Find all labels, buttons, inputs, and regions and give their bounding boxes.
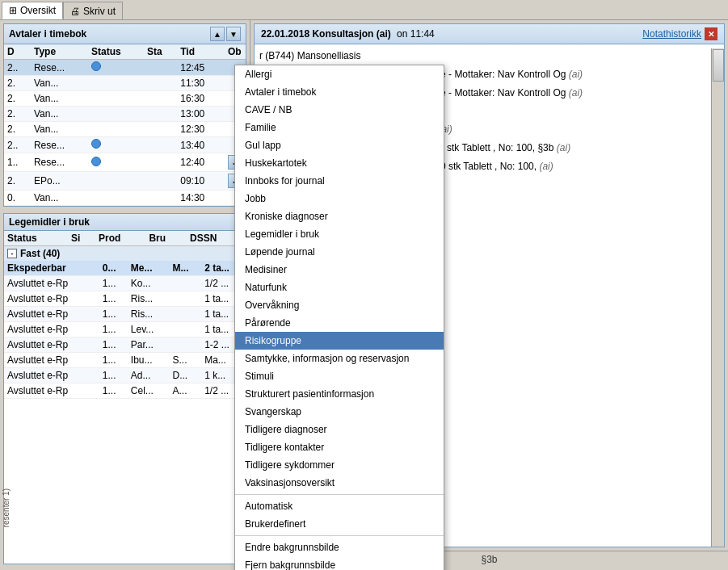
legemidler-scroll-area[interactable]: Ekspederbar 0... Me... M... 2 ta... Avsl… xyxy=(4,261,246,564)
table-row[interactable]: 2. Van... 16:30 xyxy=(4,91,246,107)
dropdown-item[interactable]: Overvåkning xyxy=(235,296,444,314)
sta-cell xyxy=(144,122,177,137)
avtaler-section: Avtaler i timebok ▲ ▼ D Type Status Sta … xyxy=(3,23,246,207)
dropdown-item[interactable]: Gul lapp xyxy=(235,136,444,154)
list-item[interactable]: Avsluttet e-Rp 1... Ko... 1/2 ... xyxy=(4,276,246,291)
legemidler-section: Legemidler i bruk Status Si Prod Bru DSS… xyxy=(3,213,246,564)
bru-col xyxy=(169,337,201,353)
dropdown-item[interactable]: Strukturert pasientinformasjon xyxy=(235,385,444,403)
table-row[interactable]: 2. Van... 12:30 xyxy=(4,122,246,137)
col-d: D xyxy=(4,44,31,60)
avtaler-scroll-up[interactable]: ▲ xyxy=(210,27,225,41)
avtaler-scroll-down[interactable]: ▼ xyxy=(226,27,241,41)
status-cell xyxy=(88,191,144,206)
dropdown-item[interactable]: Samtykke, informasjon og reservasjon xyxy=(235,350,444,367)
list-item[interactable]: Avsluttet e-Rp 1... Cel... A... 1/2 ... xyxy=(4,383,246,399)
d-cell: 2. xyxy=(4,91,31,107)
dropdown-item[interactable]: Pårørende xyxy=(235,314,444,332)
journal-close-button[interactable]: ✕ xyxy=(705,27,717,40)
dropdown-item[interactable]: Automatisk xyxy=(235,497,444,515)
table-row[interactable]: 0. Van... 14:30 xyxy=(4,191,246,206)
dropdown-item[interactable]: Svangerskap xyxy=(235,403,444,421)
dropdown-item[interactable]: Risikogruppe xyxy=(235,332,444,350)
list-item[interactable]: Avsluttet e-Rp 1... Ris... 1 ta... xyxy=(4,307,246,322)
bru-col: D... xyxy=(169,368,201,383)
context-menu: AllergiAvtaler i timebokCAVE / NBFamilie… xyxy=(234,65,444,570)
status-col: Avsluttet e-Rp xyxy=(4,337,99,353)
notathistorikk-link[interactable]: Notathistorikk xyxy=(642,28,701,40)
avtaler-table: D Type Status Sta Tid Ob 2.. Rese... 12:… xyxy=(4,44,246,206)
sta-cell xyxy=(144,60,177,76)
dropdown-item[interactable]: Tidligere kontakter xyxy=(235,438,444,456)
d-cell: 2.. xyxy=(4,137,31,153)
table-row[interactable]: 2.. Rese... 12:45 xyxy=(4,60,246,76)
table-row[interactable]: 1.. Rese... 12:40 ✓ xyxy=(4,153,246,172)
tid-cell: 12:45 xyxy=(177,60,225,76)
dropdown-item[interactable]: Fjern bakgrunnsbilde xyxy=(235,556,444,570)
tab-skriv-ut[interactable]: 🖨 Skriv ut xyxy=(63,2,123,19)
tid-cell: 11:30 xyxy=(177,76,225,91)
fast-expand-icon[interactable]: - xyxy=(7,249,17,258)
list-item[interactable]: Avsluttet e-Rp 1... Ad... D... 1 k... xyxy=(4,368,246,383)
dropdown-item[interactable]: Familie xyxy=(235,119,444,136)
resenter-label: resenter 1) xyxy=(2,488,11,527)
dropdown-item[interactable]: Medisiner xyxy=(235,261,444,279)
dropdown-item[interactable]: CAVE / NB xyxy=(235,101,444,119)
dropdown-item[interactable]: Innboks for journal xyxy=(235,172,444,190)
dropdown-item[interactable]: Tidligere diagnoser xyxy=(235,421,444,438)
col-ob: Ob xyxy=(225,44,246,60)
type-cell: Van... xyxy=(31,122,88,137)
dropdown-item[interactable]: Legemidler i bruk xyxy=(235,225,444,243)
dropdown-item[interactable]: Endre bakgrunnsbilde xyxy=(235,539,444,556)
tid-cell: 13:40 xyxy=(177,137,225,153)
dropdown-item[interactable]: Vaksinasjonsoversikt xyxy=(235,474,444,492)
list-item[interactable]: Avsluttet e-Rp 1... Ibu... S... Ma... xyxy=(4,353,246,368)
legemidler-title: Legemidler i bruk xyxy=(9,216,90,228)
dropdown-item[interactable]: Avtaler i timebok xyxy=(235,83,444,101)
status-col: Avsluttet e-Rp xyxy=(4,322,99,337)
list-item[interactable]: Avsluttet e-Rp 1... Par... 1-2 ... xyxy=(4,337,246,353)
si-col: 1... xyxy=(99,383,128,399)
bru-col xyxy=(169,291,201,307)
dropdown-item[interactable]: Naturfunk xyxy=(235,279,444,296)
table-row[interactable]: 2.. Rese... 13:40 xyxy=(4,137,246,153)
list-item[interactable]: Avsluttet e-Rp 1... Lev... 1 ta... xyxy=(4,322,246,337)
journal-scroll-thumb[interactable] xyxy=(713,49,724,82)
col-tid: Tid xyxy=(177,44,225,60)
d-cell: 2. xyxy=(4,107,31,122)
col-si: Si xyxy=(68,231,95,246)
d-cell: 2.. xyxy=(4,60,31,76)
avtaler-title: Avtaler i timebok xyxy=(9,28,86,40)
dropdown-item[interactable]: Allergi xyxy=(235,65,444,83)
table-row[interactable]: 2. EPo... 09:10 ✓ xyxy=(4,172,246,191)
oversikt-icon: ⊞ xyxy=(9,5,17,16)
list-item[interactable]: Avsluttet e-Rp 1... Ris... 1 ta... xyxy=(4,291,246,307)
tid-cell: 14:30 xyxy=(177,191,225,206)
list-item[interactable]: Ekspederbar 0... Me... M... 2 ta... xyxy=(4,261,246,276)
dropdown-item[interactable]: Kroniske diagnoser xyxy=(235,207,444,225)
journal-title-area: 22.01.2018 Konsultasjon (ai) on 11:44 xyxy=(261,28,435,40)
prod-col: Ko... xyxy=(128,276,170,291)
status-col: Avsluttet e-Rp xyxy=(4,368,99,383)
skriv-ut-icon: 🖨 xyxy=(70,6,80,17)
dropdown-item[interactable]: Huskekartotek xyxy=(235,154,444,172)
dropdown-item[interactable]: Løpende journal xyxy=(235,243,444,261)
dropdown-item[interactable]: Stimuli xyxy=(235,367,444,385)
tab-oversikt[interactable]: ⊞ Oversikt xyxy=(2,2,63,19)
status-cell xyxy=(88,107,144,122)
col-bru: Bru xyxy=(145,231,187,246)
bottom-bar-text: §3b xyxy=(481,554,497,565)
dropdown-item[interactable]: Tidligere sykdommer xyxy=(235,456,444,474)
journal-scrollbar[interactable] xyxy=(711,48,724,547)
status-circle xyxy=(91,139,101,149)
legemidler-table: Ekspederbar 0... Me... M... 2 ta... Avsl… xyxy=(4,261,246,399)
dropdown-item[interactable]: Brukerdefinert xyxy=(235,515,444,533)
dropdown-item[interactable]: Jobb xyxy=(235,190,444,207)
table-row[interactable]: 2. Van... 13:00 xyxy=(4,107,246,122)
dropdown-divider xyxy=(235,535,444,536)
journal-title-text: 22.01.2018 Konsultasjon (ai) xyxy=(261,28,391,40)
si-col: 1... xyxy=(99,368,128,383)
tid-cell: 13:00 xyxy=(177,107,225,122)
table-row[interactable]: 2. Van... 11:30 xyxy=(4,76,246,91)
sta-cell xyxy=(144,191,177,206)
